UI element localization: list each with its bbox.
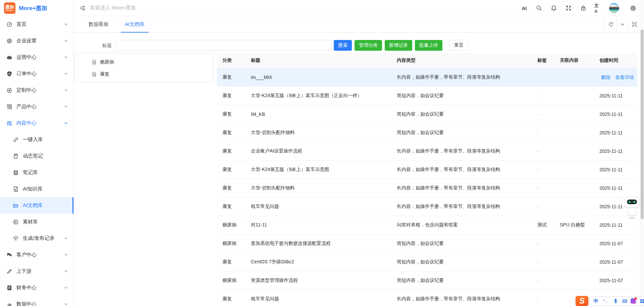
ai-icon[interactable]: AI [521, 4, 528, 12]
table-row[interactable]: 康复大管-K24第五版（9米上）装车示意图（正反向一样）简短内容，如会议纪要-2… [217, 87, 637, 105]
title-cell: 资源类型管理操作流程 [246, 271, 391, 290]
page-scrollbar [640, 0, 644, 306]
table-row[interactable]: 糖尿病资源类型管理操作流程简短内容，如会议纪要-2025-11-07 [217, 271, 637, 290]
dashboard-icon [6, 21, 12, 28]
search-icon[interactable] [535, 4, 543, 12]
category-cell: 康复 [217, 198, 246, 216]
folder-open-icon [12, 202, 19, 209]
chinese-mode-icon[interactable]: 中 [593, 298, 599, 304]
tag-cell: - [532, 87, 554, 105]
refresh-icon[interactable] [605, 16, 616, 33]
sidebar-menu: 首页企业设置运营中心订单中心定制中心产品中心内容中心一键入库动态笔记笔记库AI知… [0, 16, 73, 306]
view-detail-link[interactable]: 查看详情 [615, 75, 634, 81]
tree-file-icon [92, 72, 97, 77]
sidebar-item-generate-publish-records[interactable]: 生成/发布记录 [0, 230, 73, 247]
sidebar-item-home[interactable]: 首页 [0, 16, 73, 33]
manage-category-button[interactable]: 管理分类 [355, 40, 382, 51]
sidebar-item-supply-chain[interactable]: 上下游 [0, 263, 73, 279]
maximize-icon[interactable] [628, 16, 640, 33]
tab-data-dashboard[interactable]: 数据看板 [80, 16, 117, 33]
punctuation-icon[interactable]: °， [602, 298, 609, 304]
sidebar-item-note-library[interactable]: 笔记库 [0, 164, 73, 181]
sidebar-item-order-center[interactable]: 订单中心 [0, 65, 73, 82]
skin-icon[interactable] [631, 298, 636, 304]
tree-item[interactable]: 糖尿病 [75, 56, 213, 68]
assistant-robot-icon[interactable] [624, 196, 640, 220]
lock-icon[interactable] [580, 4, 587, 12]
table-row[interactable]: 康复租车常见问题长内容，如操作手册，带有章节、段落等复杂结构-2025-11-0… [217, 290, 637, 306]
brand-name: More+墨加 [19, 4, 47, 12]
table-row[interactable]: 康复大管-切割头配件物料长内容，如操作手册，带有章节、段落等复杂结构-2025-… [217, 179, 637, 198]
table-row[interactable]: 康复企业账户AI设置操作流程长内容，如操作手册，带有章节、段落等复杂结构-202… [217, 142, 637, 161]
sidebar-item-label: 首页 [16, 21, 26, 28]
sidebar-item-content-center[interactable]: 内容中心 [0, 115, 73, 131]
category-tree-panel: 糖尿病康复 [74, 53, 213, 82]
table-row[interactable]: 糖尿病墨加系统电子签与数据连接器配置流程简短内容，如会议纪要-2025-11-0… [217, 234, 637, 253]
sidebar-item-label: 内容中心 [16, 120, 37, 126]
translate-icon[interactable]: 文A [594, 4, 602, 12]
sidebar-item-customer-center[interactable]: 客户中心 [0, 247, 73, 263]
table-row[interactable]: 康复im___MIX长内容，如操作手册，带有章节、段落等复杂结构-删除查看详情 [217, 68, 637, 87]
scrollbar-thumb[interactable] [641, 30, 644, 219]
sidebar-item-product-center[interactable]: 产品中心 [0, 98, 73, 115]
tag-cell: - [532, 290, 554, 306]
tabs: 数据看板AI文档库 [80, 16, 153, 33]
bell-icon[interactable] [550, 4, 557, 12]
sidebar-item-ai-doc-library[interactable]: AI文档库 [0, 197, 73, 214]
keyboard-icon[interactable] [622, 298, 628, 304]
sidebar-item-ai-knowledge-base[interactable]: AI知识库 [0, 181, 73, 197]
batch-upload-button[interactable]: 批量上传 [415, 40, 442, 51]
table-row[interactable]: 康复大管-K24第五版（9米上）装车示意图长内容，如操作手册，带有章节、段落等复… [217, 161, 637, 179]
compass-icon [6, 87, 12, 93]
sidebar-item-dynamic-notes[interactable]: 动态笔记 [0, 148, 73, 164]
date-cell: 2025-11-11 [594, 87, 637, 105]
sogou-logo-icon[interactable]: S [576, 296, 588, 306]
reset-button[interactable]: 重置 [449, 40, 468, 51]
ai-file-icon [12, 186, 19, 192]
chevron-down-icon [64, 104, 68, 109]
row-actions: 删除查看详情 [601, 68, 634, 87]
welcome-text: 欢迎进入 More+墨加 [90, 5, 136, 11]
title-input[interactable] [116, 40, 331, 51]
delete-link[interactable]: 删除 [601, 75, 610, 81]
sidebar-item-operations-center[interactable]: 运营中心 [0, 49, 73, 65]
brand-badge-icon: 墨加 MORE+ [4, 2, 15, 14]
settings-gear-icon[interactable] [629, 4, 637, 12]
sidebar-item-one-click-import[interactable]: 一键入库 [0, 131, 73, 148]
category-cell: 康复 [217, 142, 246, 160]
content-type-cell: 长内容，如操作手册，带有章节、段落等复杂结构 [391, 290, 532, 306]
table-row[interactable]: 康复租车常见问题长内容，如操作手册，带有章节、段落等复杂结构-2025-11-1… [217, 198, 637, 216]
chevron-down-icon[interactable] [616, 16, 628, 33]
tree-item[interactable]: 康复 [75, 68, 213, 80]
category-cell: 康复 [217, 253, 246, 271]
sidebar-item-material-library[interactable]: 素材库 [0, 214, 73, 230]
fullscreen-icon[interactable] [565, 4, 572, 12]
toolbox-grid-icon[interactable] [639, 298, 644, 304]
table-row[interactable]: 糖尿病对11-11问答对表格，包含问题和答案测试SPU 白糖梨2025-11-1… [217, 216, 637, 234]
menu-fold-icon[interactable] [79, 5, 86, 11]
sidebar-item-finance-center[interactable]: 财务中心 [0, 279, 73, 296]
table-row[interactable]: 康复CentOS 7升级Glibc2简短内容，如会议纪要-2025-11-07 [217, 253, 637, 271]
content-type-cell: 简短内容，如会议纪要 [391, 87, 532, 105]
title-filter-label: 标题 [102, 43, 112, 49]
search-button[interactable]: 搜索 [334, 40, 352, 51]
brand-badge-line2: MORE+ [6, 9, 14, 11]
sidebar-item-data-center[interactable]: 数据中心 [0, 296, 73, 306]
top-header: 欢迎进入 More+墨加 AI 文A [74, 0, 640, 16]
sidebar-item-label: 上下游 [16, 268, 32, 274]
sidebar-item-label: 产品中心 [16, 103, 37, 110]
microphone-icon[interactable] [612, 298, 619, 304]
sidebar-item-custom-center[interactable]: 定制中心 [0, 82, 73, 98]
avatar[interactable] [609, 3, 619, 13]
table-row[interactable]: 康复大管-切割头配件物料简短内容，如会议纪要-2025-11-11 [217, 124, 637, 142]
sidebar-item-enterprise-settings[interactable]: 企业设置 [0, 33, 73, 49]
related-cell [554, 271, 594, 290]
chevron-down-icon [64, 269, 68, 273]
category-cell: 糖尿病 [217, 234, 246, 253]
content-type-cell: 简短内容，如会议纪要 [391, 234, 532, 253]
add-record-button[interactable]: 新增记录 [385, 40, 412, 51]
table-row[interactable]: 康复IM_KB简短内容，如会议纪要-2025-11-11 [217, 105, 637, 124]
tab-ai-doc-library[interactable]: AI文档库 [117, 16, 153, 33]
content-type-cell: 简短内容，如会议纪要 [391, 271, 532, 290]
related-cell [554, 198, 594, 216]
